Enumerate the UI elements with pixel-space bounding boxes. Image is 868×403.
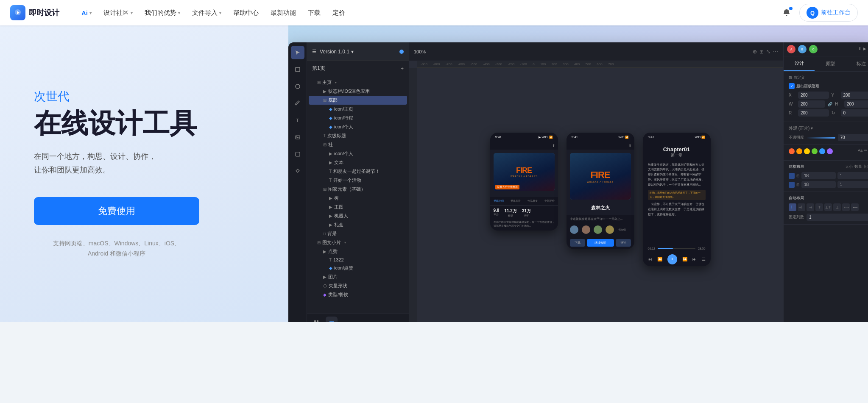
list-button[interactable]: ☰	[702, 257, 706, 261]
layer-item[interactable]: ▶ 文本	[309, 158, 407, 167]
distribute-v-btn[interactable]: ⟻	[851, 203, 859, 211]
zoom-fit-icon[interactable]: ⤡	[766, 49, 770, 55]
nav-item-advantage[interactable]: 我们的优势 ▾	[140, 6, 185, 20]
layer-item[interactable]: ◆ icon/主页	[309, 105, 407, 114]
tool-circle[interactable]	[291, 80, 304, 93]
logo-area[interactable]: 即时设计	[10, 5, 59, 20]
share-icon[interactable]: ⬆	[858, 47, 862, 52]
x-value[interactable]: 200	[798, 92, 829, 99]
layer-item[interactable]: ⊞ 图文小片 ▾	[309, 238, 407, 247]
assets-icon[interactable]	[310, 317, 322, 322]
grid-count[interactable]: 1	[837, 172, 868, 179]
grid-icon[interactable]: ⊞	[759, 49, 764, 55]
h-value[interactable]: 200	[844, 100, 868, 108]
color-swatch-green[interactable]	[812, 148, 818, 154]
notification-bell[interactable]	[779, 5, 794, 20]
tool-rect[interactable]	[291, 147, 304, 161]
tool-cursor[interactable]	[291, 46, 304, 59]
tab-prototype[interactable]: 原型	[815, 56, 846, 71]
download-btn[interactable]: 下载	[570, 239, 585, 247]
tab-annotation[interactable]: 标注	[846, 56, 868, 71]
grid-count-2[interactable]: 1	[837, 181, 868, 188]
grid-checkbox[interactable]	[789, 173, 795, 179]
layer-item[interactable]: ⊞ 社	[309, 140, 407, 149]
layer-item[interactable]: ▶ 图片	[309, 272, 407, 281]
layer-item[interactable]: ▶ 礼盒	[309, 220, 407, 229]
tool-component[interactable]	[291, 164, 304, 178]
tool-pen[interactable]	[291, 97, 304, 110]
nav-item-ai[interactable]: Ai ▾	[76, 6, 97, 20]
forward-button[interactable]: ⏩	[682, 257, 687, 261]
add-page-button[interactable]: +	[401, 66, 404, 72]
align-top-btn[interactable]: ⊤	[815, 203, 823, 211]
w-value[interactable]: 200	[798, 100, 825, 108]
layers-icon[interactable]	[326, 317, 338, 322]
nav-item-features[interactable]: 最新功能	[265, 6, 301, 20]
distribute-h-btn[interactable]: ⟺	[842, 203, 850, 211]
layer-item[interactable]: ▶ 树	[309, 194, 407, 203]
layer-item[interactable]: ◆ icon/个人	[309, 122, 407, 131]
edit-icon[interactable]: ✏	[864, 148, 868, 154]
next-button[interactable]: ⏭	[692, 257, 697, 261]
layer-item[interactable]: ◆ 类型/餐饮	[309, 290, 407, 299]
free-use-button[interactable]: 免费使用	[34, 197, 199, 225]
goto-workspace-button[interactable]: Q 前往工作台	[799, 4, 858, 22]
layer-item[interactable]: T 1322	[309, 256, 407, 264]
phone-tab[interactable]: 全部评价	[541, 197, 558, 205]
color-swatch-orange[interactable]	[796, 148, 802, 154]
layer-item[interactable]: T 开始一个活动	[309, 176, 407, 185]
listen-btn[interactable]: 继续收听	[587, 239, 614, 247]
fixed-cols-value[interactable]: 1	[807, 214, 868, 221]
align-icon[interactable]: ⊕	[753, 49, 757, 55]
layer-item[interactable]: ▶ icon/个人	[309, 149, 407, 158]
more-icon[interactable]: ⋯	[773, 49, 778, 55]
prev-button[interactable]: ⏮	[648, 257, 652, 261]
layer-item[interactable]: □ 背景	[309, 229, 407, 238]
nav-item-help[interactable]: 帮助中心	[228, 6, 264, 20]
opacity-value[interactable]: 70	[838, 134, 868, 141]
nav-item-pricing[interactable]: 定价	[327, 6, 350, 20]
r-value[interactable]: 200	[798, 109, 829, 117]
progress-bar[interactable]	[658, 248, 695, 249]
align-center-v-btn[interactable]: ⊥⊤	[824, 203, 832, 211]
color-swatch-blue[interactable]	[819, 148, 825, 154]
align-right-btn[interactable]: ⊣	[807, 203, 814, 211]
layer-item-selected[interactable]: ⊞ 底部	[309, 96, 407, 105]
checkbox-clip[interactable]: ✓	[789, 83, 795, 89]
align-left-btn[interactable]: ⊢	[789, 203, 796, 211]
nav-item-download[interactable]: 下载	[303, 6, 326, 20]
y-value[interactable]: 200	[841, 92, 868, 99]
phone-tab[interactable]: 书籍介绍	[490, 197, 507, 205]
phone-tab[interactable]: 书单关注	[507, 197, 524, 205]
layer-item[interactable]: ◆ icon/行程	[309, 114, 407, 122]
color-swatch-purple[interactable]	[827, 148, 833, 154]
color-swatch-yellow[interactable]	[804, 148, 810, 154]
grid-checkbox-2[interactable]	[789, 182, 795, 188]
opacity-slider[interactable]	[807, 137, 835, 139]
layer-item[interactable]: T 和朋友一起过圣诞节！	[309, 167, 407, 176]
nav-item-import[interactable]: 文件导入 ▾	[187, 6, 226, 20]
grid-size-2[interactable]: 18	[801, 181, 836, 188]
align-bottom-btn[interactable]: ⊥	[833, 203, 841, 211]
layer-item[interactable]: ⊞ 图家元素（基础）	[309, 185, 407, 194]
text-format-icon[interactable]: Aa	[858, 148, 862, 154]
canvas-area[interactable]: 100% ⊕ ⊞ ⤡ ⋯ -900 -800 -700 -600 -500 -4…	[409, 42, 783, 322]
nav-item-community[interactable]: 设计社区 ▾	[98, 6, 138, 20]
rotate-value[interactable]: 0	[841, 109, 868, 117]
grid-size[interactable]: 18	[801, 172, 836, 179]
layer-item[interactable]: ⊞ 主页 ▸	[309, 78, 407, 87]
layer-item[interactable]: T 次级标题	[309, 131, 407, 140]
play-preview-icon[interactable]: ▶	[863, 47, 866, 52]
align-center-h-btn[interactable]: ⊣⊢	[798, 203, 805, 211]
tab-design[interactable]: 设计	[784, 56, 815, 71]
phone-tab[interactable]: 作品原文	[524, 197, 541, 205]
layer-item[interactable]: ▶ 状态栏/iOS深色应用	[309, 87, 407, 96]
tool-image[interactable]	[291, 131, 304, 144]
rewind-button[interactable]: ⏪	[657, 257, 662, 261]
color-swatch-red[interactable]	[789, 148, 795, 154]
menu-icon[interactable]: ☰	[312, 49, 316, 54]
tool-text[interactable]: T	[291, 114, 304, 127]
lock-ratio-icon[interactable]: 🔗	[828, 102, 832, 106]
layer-item[interactable]: ◆ icon/点赞	[309, 264, 407, 272]
comment-btn[interactable]: 评论	[616, 239, 631, 247]
